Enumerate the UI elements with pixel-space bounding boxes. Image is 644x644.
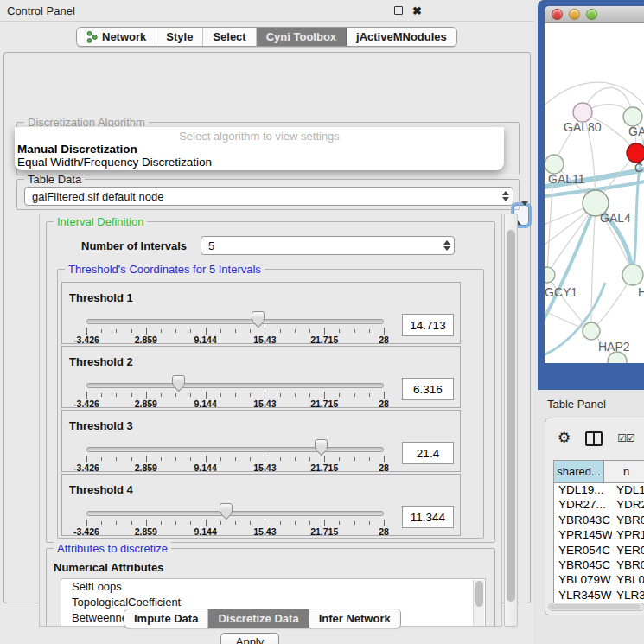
dropdown-hint: Select algorithm to view settings	[15, 130, 504, 143]
table-data-select[interactable]: galFiltered.sif default node	[24, 187, 513, 206]
group-title: Attributes to discretize	[54, 542, 171, 555]
cyni-toolbox-panel: Discretization Algorithm Table Data galF…	[3, 52, 531, 603]
threshold-value-input[interactable]: 11.344	[402, 506, 454, 528]
split-columns-icon[interactable]	[585, 431, 603, 446]
thresholds-coordinates-group: Threshold's Coordinates for 5 Intervals …	[57, 269, 484, 539]
slider-tick-labels: -3.4262.8599.14415.4321.71528	[86, 462, 384, 473]
threshold-1-panel: Threshold 1 -3.4262.8599.14415.4321.7152…	[61, 282, 461, 344]
number-of-intervals-select[interactable]: 5	[201, 236, 455, 255]
threshold-slider[interactable]: -3.4262.8599.14415.4321.71528	[86, 411, 384, 473]
network-canvas-area[interactable]: GAL80GACGAL11GAL4GCY1HHAP2	[545, 23, 644, 363]
apply-button[interactable]: Apply	[220, 633, 279, 644]
tab-label: Infer Network	[319, 612, 391, 625]
tab-network[interactable]: Network	[77, 28, 156, 46]
dropdown-option-manual-discretization[interactable]: Manual Discretization	[16, 143, 501, 156]
zoom-traffic-light[interactable]	[586, 9, 597, 20]
table-cell: YBR045C	[554, 558, 612, 573]
table-body: YDL19...YDL1YDR27...YDR2YBR043CYBR0YPR14…	[554, 483, 644, 603]
table-data-group: Table Data galFiltered.sif default node	[16, 179, 520, 210]
network-icon	[86, 31, 98, 43]
network-node[interactable]	[583, 322, 600, 340]
table-row[interactable]: YBL079WYBL0	[554, 573, 644, 588]
slider-tick-labels: -3.4262.8599.14415.4321.71528	[86, 335, 384, 345]
tab-label: Style	[166, 30, 193, 43]
horizontal-scrollbar[interactable]	[548, 603, 644, 611]
number-of-intervals-label: Number of Intervals	[81, 239, 187, 252]
slider-thumb[interactable]	[252, 311, 265, 321]
tab-label: Impute Data	[134, 612, 198, 625]
gear-icon[interactable]: ⚙	[558, 430, 571, 447]
threshold-value-input[interactable]: 14.713	[402, 314, 454, 336]
slider-ticks	[86, 328, 384, 335]
slider-track[interactable]	[86, 319, 384, 324]
slider-thumb[interactable]	[220, 503, 233, 513]
threshold-slider[interactable]: -3.4262.8599.14415.4321.71528	[86, 475, 384, 537]
slider-track[interactable]	[86, 383, 384, 388]
threshold-2-panel: Threshold 2 -3.4262.8599.14415.4321.7152…	[61, 346, 461, 408]
node-label: HAP2	[598, 340, 630, 354]
network-node[interactable]	[627, 143, 644, 163]
table-row[interactable]: YBR045CYBR0	[554, 558, 644, 573]
network-node[interactable]	[573, 103, 592, 122]
list-item[interactable]: SelfLoops	[61, 579, 485, 595]
top-tab-bar: Network Style Select Cyni Toolbox jActiv…	[76, 27, 457, 47]
tab-cyni-toolbox[interactable]: Cyni Toolbox	[257, 28, 347, 46]
algorithm-dropdown-popup: Select algorithm to view settings Manual…	[15, 127, 504, 170]
slider-tick-labels: -3.4262.8599.14415.4321.71528	[86, 399, 384, 409]
vertical-scrollbar[interactable]	[504, 214, 518, 627]
tab-label: Network	[102, 30, 146, 43]
threshold-value-input[interactable]: 6.316	[402, 378, 454, 400]
table-row[interactable]: YPR145WYPR1	[554, 528, 644, 543]
threshold-value-input[interactable]: 21.4	[402, 442, 454, 464]
close-traffic-light[interactable]	[552, 9, 563, 20]
table-header-row: shared... n	[554, 461, 644, 483]
table-row[interactable]: YDR27...YDR2	[554, 498, 644, 513]
stepper-arrows-icon	[440, 237, 454, 254]
list-scrollbar[interactable]	[473, 580, 484, 627]
column-header-name[interactable]: n	[604, 461, 644, 482]
table-panel-title: Table Panel	[547, 398, 606, 411]
slider-thumb[interactable]	[315, 439, 328, 449]
node-label: H	[638, 285, 644, 299]
table-toolbar: ⚙ ☑☑	[545, 427, 644, 450]
table-row[interactable]: YLR345WYLR3	[554, 589, 644, 603]
tab-select[interactable]: Select	[203, 28, 256, 46]
table-cell: YLR3	[612, 589, 644, 603]
table-row[interactable]: YER054CYER0	[554, 544, 644, 558]
numerical-attributes-label: Numerical Attributes	[54, 561, 163, 574]
network-node[interactable]	[545, 267, 555, 283]
threshold-slider[interactable]: -3.4262.8599.14415.4321.71528	[86, 347, 384, 409]
slider-track[interactable]	[86, 511, 384, 516]
interval-definition-group: Interval Definition Number of Intervals …	[46, 221, 495, 543]
network-node[interactable]	[623, 107, 642, 126]
float-window-icon[interactable]	[392, 4, 405, 17]
dropdown-option-equal-width-frequency[interactable]: Equal Width/Frequency Discretization	[16, 156, 501, 169]
table-row[interactable]: YBR043CYBR0	[554, 513, 644, 528]
slider-track[interactable]	[86, 447, 384, 452]
column-header-shared-name[interactable]: shared...	[554, 461, 604, 482]
slider-thumb[interactable]	[172, 375, 185, 385]
stepper-arrows-icon	[499, 188, 513, 205]
table-row[interactable]: YDL19...YDL1	[554, 483, 644, 498]
control-panel: Control Panel ✖ Network Style Select Cyn…	[0, 0, 534, 644]
close-icon[interactable]: ✖	[411, 4, 424, 17]
network-node[interactable]	[622, 265, 643, 285]
tab-infer-network[interactable]: Infer Network	[309, 609, 400, 628]
minimize-traffic-light[interactable]	[569, 9, 580, 20]
tab-style[interactable]: Style	[156, 28, 203, 46]
node-label: GAL11	[548, 172, 585, 186]
slider-ticks	[86, 392, 384, 399]
group-title: Table Data	[24, 173, 85, 186]
network-view-window[interactable]: GAL80GACGAL11GAL4GCY1HHAP2	[538, 0, 644, 390]
threshold-slider[interactable]: -3.4262.8599.14415.4321.71528	[86, 283, 384, 345]
table-cell: YDL19...	[554, 483, 612, 498]
network-node[interactable]	[545, 155, 564, 174]
selected-value: 5	[208, 239, 214, 252]
table-cell: YBL079W	[554, 573, 612, 588]
tab-jactivemnodules[interactable]: jActiveMNodules	[347, 28, 456, 46]
tab-discretize-data[interactable]: Discretize Data	[208, 609, 309, 628]
network-window-titlebar[interactable]	[545, 6, 644, 23]
tab-impute-data[interactable]: Impute Data	[124, 609, 208, 628]
node-label: GAL4	[600, 211, 631, 225]
checkbox-icons[interactable]: ☑☑	[617, 432, 634, 444]
